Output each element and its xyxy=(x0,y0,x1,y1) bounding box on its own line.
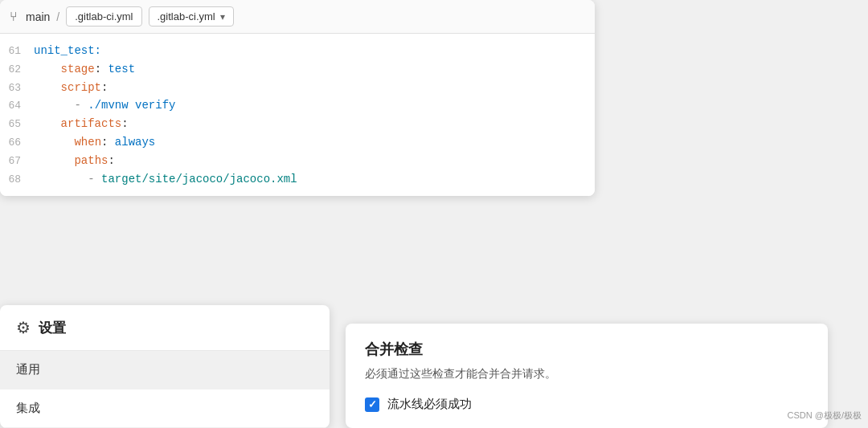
code-token: - ./mvnw verify xyxy=(34,96,175,114)
settings-title: 设置 xyxy=(39,319,66,337)
code-line-68: 68 - target/site/jacoco/jacoco.xml xyxy=(0,170,595,189)
file-dropdown-label: .gitlab-ci.yml xyxy=(158,10,215,22)
pipeline-checkbox[interactable] xyxy=(365,397,379,412)
settings-menu-item-general[interactable]: 通用 xyxy=(0,351,330,389)
line-number: 64 xyxy=(0,98,34,115)
code-token: artifacts: xyxy=(34,115,129,132)
code-line-62: 62 stage: test xyxy=(0,60,595,79)
line-number: 65 xyxy=(0,116,34,133)
code-line-66: 66 when: always xyxy=(0,133,595,152)
code-line-63: 63 script: xyxy=(0,79,595,97)
line-number: 62 xyxy=(0,62,34,79)
file-dropdown[interactable]: .gitlab-ci.yml ▾ xyxy=(149,6,234,26)
code-token: script: xyxy=(34,79,108,96)
watermark: CSDN @极极/极极 xyxy=(788,410,862,422)
branch-name: main xyxy=(26,10,50,23)
branch-icon: ⑂ xyxy=(10,10,18,24)
line-number: 61 xyxy=(0,43,34,60)
code-token: stage: test xyxy=(34,60,135,78)
code-line-65: 65 artifacts: xyxy=(0,115,595,133)
merge-check-description: 必须通过这些检查才能合并合并请求。 xyxy=(365,365,809,382)
code-line-67: 67 paths: xyxy=(0,152,595,170)
settings-header: ⚙ 设置 xyxy=(0,305,330,351)
code-token: - target/site/jacoco/jacoco.xml xyxy=(34,170,297,188)
breadcrumb-file[interactable]: .gitlab-ci.yml xyxy=(66,6,141,26)
merge-check-panel: 合并检查 必须通过这些检查才能合并合并请求。 流水线必须成功 xyxy=(346,324,828,428)
breadcrumb-separator: / xyxy=(56,10,59,23)
merge-check-title: 合并检查 xyxy=(365,340,809,359)
gear-icon: ⚙ xyxy=(16,318,31,337)
code-line-64: 64 - ./mvnw verify xyxy=(0,96,595,115)
editor-toolbar: ⑂ main / .gitlab-ci.yml .gitlab-ci.yml ▾ xyxy=(0,0,595,34)
code-token: paths: xyxy=(34,152,115,169)
editor-panel: ⑂ main / .gitlab-ci.yml .gitlab-ci.yml ▾… xyxy=(0,0,595,196)
settings-menu-item-integration[interactable]: 集成 xyxy=(0,389,330,428)
pipeline-checkbox-row: 流水线必须成功 xyxy=(365,397,809,412)
code-token: when: always xyxy=(34,133,155,151)
code-line-61: 61 unit_test: xyxy=(0,42,595,60)
line-number: 66 xyxy=(0,135,34,152)
settings-panel: ⚙ 设置 通用 集成 xyxy=(0,305,330,428)
pipeline-checkbox-label: 流水线必须成功 xyxy=(387,397,472,412)
code-token: unit_test: xyxy=(34,42,101,59)
line-number: 68 xyxy=(0,172,34,189)
code-editor: 61 unit_test: 62 stage: test 63 script: … xyxy=(0,34,595,196)
chevron-down-icon: ▾ xyxy=(220,11,225,22)
line-number: 67 xyxy=(0,153,34,170)
line-number: 63 xyxy=(0,80,34,97)
